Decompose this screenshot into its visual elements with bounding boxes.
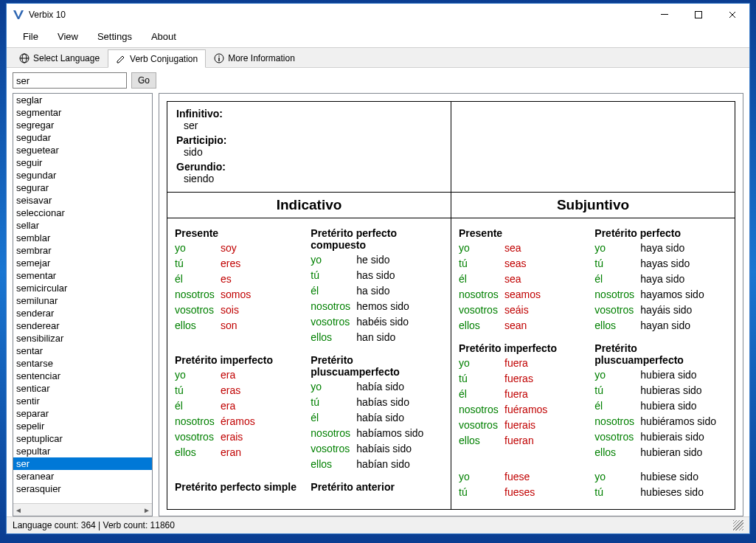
- list-item[interactable]: sementar: [13, 269, 152, 282]
- verb-list[interactable]: seglarsegmentarsegregarsegudarseguetears…: [13, 94, 152, 503]
- svg-point-6: [218, 55, 220, 57]
- conjugation-row: túfueses: [459, 485, 587, 500]
- verb-form: hayan sido: [640, 318, 690, 333]
- conjugation-row: vosotrosfuerais: [459, 418, 587, 433]
- conjugation-row: yofuese: [459, 469, 587, 485]
- verb-form: hubiera sido: [640, 367, 696, 383]
- conjugation-panel[interactable]: Infinitivo: ser Participio: sido Gerundi…: [159, 93, 743, 516]
- list-item[interactable]: semilunar: [13, 294, 152, 307]
- conjugation-row: yosoy: [175, 241, 303, 256]
- list-item[interactable]: sentenciar: [13, 370, 152, 382]
- list-item[interactable]: semicircular: [13, 282, 152, 294]
- tab-select-language[interactable]: Select Language: [11, 49, 108, 67]
- list-item[interactable]: ser: [13, 457, 152, 470]
- window-title: Verbix 10: [29, 10, 648, 20]
- searchbar: Go: [7, 68, 749, 93]
- pronoun: yo: [459, 356, 504, 371]
- list-item[interactable]: segundar: [13, 169, 152, 181]
- pronoun: tú: [175, 256, 221, 272]
- statusbar: Language count: 364 | Verb count: 11860: [7, 516, 749, 533]
- conjugation-row: nosotroshayamos sido: [594, 287, 723, 302]
- list-item[interactable]: senderar: [13, 307, 152, 319]
- list-item[interactable]: sepelir: [13, 420, 152, 432]
- list-item[interactable]: sentarse: [13, 357, 152, 370]
- info-icon: [214, 53, 224, 63]
- list-item[interactable]: segregar: [13, 119, 152, 131]
- tab-more-information[interactable]: More Information: [206, 49, 303, 67]
- list-item[interactable]: sembrar: [13, 244, 152, 257]
- pronoun: tú: [459, 256, 504, 272]
- minimize-button[interactable]: [648, 4, 682, 26]
- pronoun: nosotros: [311, 426, 356, 441]
- verb-form: hubiéramos sido: [640, 414, 716, 429]
- pronoun: yo: [311, 252, 356, 268]
- participio-value: sido: [176, 146, 442, 158]
- verb-form: hubierais sido: [640, 429, 704, 445]
- list-item[interactable]: segurar: [13, 181, 152, 194]
- tense-title: Pretérito perfecto compuesto: [311, 227, 439, 251]
- gerundio-label: Gerundio:: [176, 161, 442, 173]
- list-item[interactable]: seguetear: [13, 144, 152, 156]
- conjugation-row: vosotroshabíais sido: [311, 441, 439, 457]
- conjugation-row: yosea: [459, 241, 587, 256]
- pronoun: tú: [311, 395, 356, 410]
- app-window: Verbix 10 File View Settings About Selec…: [6, 3, 750, 534]
- list-item[interactable]: semejar: [13, 257, 152, 269]
- conjugation-row: élsea: [459, 272, 587, 287]
- pronoun: vosotros: [459, 418, 504, 433]
- list-item[interactable]: segudar: [13, 131, 152, 144]
- verb-form: he sido: [356, 252, 389, 268]
- pronoun: yo: [459, 469, 504, 485]
- maximize-button[interactable]: [682, 4, 715, 26]
- menu-view[interactable]: View: [49, 28, 87, 45]
- pronoun: él: [175, 398, 221, 414]
- infinitivo-value: ser: [176, 120, 442, 131]
- list-item[interactable]: sellar: [13, 219, 152, 232]
- verb-form: haya sido: [640, 272, 684, 287]
- list-item[interactable]: septuplicar: [13, 432, 152, 445]
- pronoun: tú: [175, 383, 221, 398]
- tense-group: Pretérito pluscuamperfectoyohabía sidotú…: [303, 350, 439, 477]
- go-button[interactable]: Go: [131, 72, 156, 89]
- list-item[interactable]: semblar: [13, 232, 152, 244]
- list-item[interactable]: sentar: [13, 345, 152, 357]
- conjugation-row: túeras: [175, 383, 303, 398]
- list-item[interactable]: seisavar: [13, 194, 152, 207]
- close-button[interactable]: [715, 4, 749, 26]
- conjugation-row: nosotrosfuéramos: [459, 402, 587, 418]
- list-item[interactable]: seguir: [13, 156, 152, 169]
- conjugation-row: vosotroshubierais sido: [594, 429, 723, 445]
- pronoun: tú: [594, 256, 640, 272]
- scroll-right-icon[interactable]: ►: [143, 506, 150, 514]
- verb-form: hubieran sido: [640, 445, 702, 460]
- pronoun: yo: [594, 367, 640, 383]
- conjugation-row: yoera: [175, 367, 303, 383]
- list-item[interactable]: separar: [13, 407, 152, 420]
- verb-form: fuerais: [504, 418, 535, 433]
- menu-file[interactable]: File: [14, 28, 47, 45]
- list-item[interactable]: sepultar: [13, 445, 152, 457]
- scroll-left-icon[interactable]: ◄: [15, 506, 22, 514]
- list-item[interactable]: sentir: [13, 395, 152, 407]
- list-item[interactable]: seleccionar: [13, 207, 152, 219]
- tab-verb-conjugation[interactable]: Verb Conjugation: [108, 49, 206, 68]
- menu-settings[interactable]: Settings: [89, 28, 141, 45]
- verb-form: fuéramos: [504, 402, 547, 418]
- resize-grip-icon[interactable]: [733, 520, 743, 530]
- list-item[interactable]: seranear: [13, 470, 152, 483]
- search-input[interactable]: [13, 72, 127, 89]
- menu-about[interactable]: About: [142, 28, 185, 45]
- conjugation-row: yohe sido: [311, 252, 439, 268]
- list-item[interactable]: segmentar: [13, 106, 152, 119]
- list-item[interactable]: senderear: [13, 319, 152, 332]
- list-item[interactable]: serasquier: [13, 483, 152, 495]
- tense-group: Pretérito pluscuamperfectoyohubiera sido…: [587, 338, 723, 465]
- horizontal-scrollbar[interactable]: ◄ ►: [13, 503, 152, 516]
- pronoun: tú: [311, 268, 356, 283]
- list-item[interactable]: sensibilizar: [13, 332, 152, 345]
- tense-group: yohubiese sidotúhubieses sido: [587, 465, 723, 505]
- list-item[interactable]: senticar: [13, 382, 152, 395]
- verb-form: fuese: [504, 469, 530, 485]
- conjugation-table: Infinitivo: ser Participio: sido Gerundi…: [167, 101, 735, 510]
- list-item[interactable]: seglar: [13, 94, 152, 106]
